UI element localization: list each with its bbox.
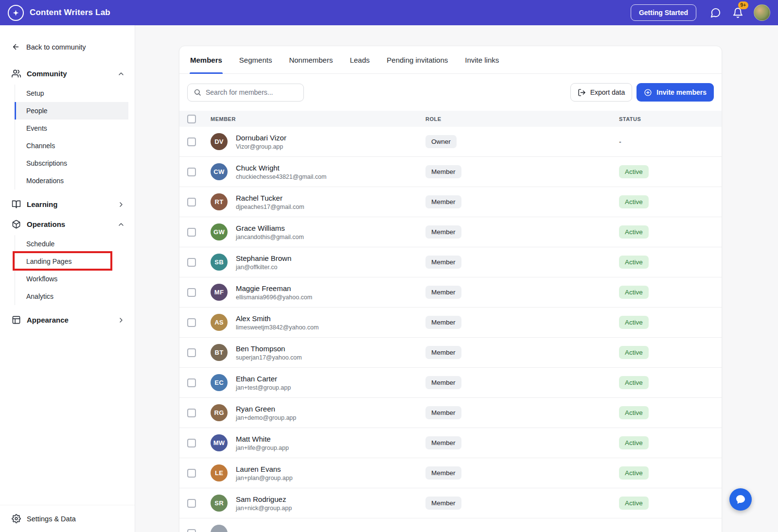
member-email: limesweetjm3842@yahoo.com — [236, 324, 425, 331]
member-name[interactable]: Ryan Green — [236, 405, 425, 413]
sidebar-item-moderations[interactable]: Moderations — [15, 172, 128, 189]
back-label: Back to community — [26, 43, 86, 51]
user-avatar[interactable] — [754, 4, 770, 21]
member-name[interactable]: Rachel Tucker — [236, 194, 425, 202]
row-checkbox[interactable] — [187, 198, 196, 206]
row-checkbox[interactable] — [187, 529, 196, 532]
member-name[interactable]: Chuck Wright — [236, 164, 425, 172]
member-email: djpeaches17@gmail.com — [236, 204, 425, 210]
export-data-button[interactable]: Export data — [570, 83, 633, 102]
member-name[interactable]: Dornubari Vizor — [236, 134, 425, 142]
sidebar-item-setup[interactable]: Setup — [15, 85, 128, 102]
member-name[interactable]: Stephanie Brown — [236, 254, 425, 262]
app-logo-icon[interactable] — [8, 5, 24, 21]
row-checkbox[interactable] — [187, 318, 196, 327]
row-checkbox[interactable] — [187, 409, 196, 417]
topbar-right: Getting Started 9+ — [631, 4, 770, 21]
search-input[interactable] — [206, 88, 298, 96]
topbar: Content Writers Lab Getting Started 9+ — [0, 0, 778, 25]
member-name[interactable]: Ben Thompson — [236, 344, 425, 353]
chevron-right-icon — [117, 316, 125, 324]
row-checkbox[interactable] — [187, 258, 196, 267]
sidebar-item-channels[interactable]: Channels — [15, 137, 128, 154]
member-avatar: MW — [211, 434, 228, 451]
chat-widget-button[interactable] — [729, 488, 752, 511]
row-checkbox[interactable] — [187, 137, 196, 146]
table-row: RTRachel Tuckerdjpeaches17@gmail.comMemb… — [179, 187, 722, 217]
sidebar-item-schedule[interactable]: Schedule — [15, 235, 128, 253]
sidebar-nav: CommunitySetupPeopleEventsChannelsSubscr… — [0, 64, 135, 330]
app-title: Content Writers Lab — [30, 8, 110, 17]
sidebar-item-subscriptions[interactable]: Subscriptions — [15, 154, 128, 172]
member-email: jan@offkilter.co — [236, 264, 425, 271]
column-status: Status — [619, 116, 714, 122]
row-checkbox[interactable] — [187, 168, 196, 176]
settings-and-data-link[interactable]: Settings & Data — [0, 505, 135, 532]
sidebar-section-appearance[interactable]: Appearance — [0, 310, 135, 330]
sidebar-item-analytics[interactable]: Analytics — [15, 288, 128, 305]
tab-nonmembers[interactable]: Nonmembers — [288, 46, 333, 73]
arrow-left-icon — [12, 43, 20, 51]
getting-started-button[interactable]: Getting Started — [631, 4, 696, 21]
back-to-community-link[interactable]: Back to community — [0, 39, 135, 55]
row-checkbox[interactable] — [187, 439, 196, 447]
status-badge: Active — [619, 316, 649, 329]
sidebar-section-learning[interactable]: Learning — [0, 194, 135, 214]
messages-icon[interactable] — [709, 6, 722, 19]
role-badge: Member — [425, 497, 461, 510]
sidebar-item-events[interactable]: Events — [15, 120, 128, 137]
member-avatar: RT — [211, 193, 228, 210]
plus-circle-icon — [644, 88, 652, 97]
row-checkbox[interactable] — [187, 469, 196, 478]
sidebar-item-landing-pages[interactable]: Landing Pages — [15, 253, 128, 270]
member-name[interactable]: Maggie Freeman — [236, 284, 425, 292]
member-name[interactable]: Lauren Evans — [236, 465, 425, 473]
tab-members[interactable]: Members — [190, 46, 223, 73]
sidebar-item-people[interactable]: People — [15, 102, 128, 120]
row-checkbox[interactable] — [187, 499, 196, 508]
tab-leads[interactable]: Leads — [349, 46, 370, 73]
sidebar-group-community: SetupPeopleEventsChannelsSubscriptionsMo… — [15, 85, 128, 189]
table-row: BTBen Thompsonsuperjan17@yahoo.comMember… — [179, 338, 722, 368]
member-avatar: LE — [211, 464, 228, 481]
tab-pending-invitations[interactable]: Pending invitations — [386, 46, 448, 73]
member-name[interactable]: Ethan Carter — [236, 375, 425, 383]
notifications-bell-icon[interactable]: 9+ — [731, 6, 744, 19]
table-row — [179, 518, 722, 532]
row-checkbox[interactable] — [187, 348, 196, 357]
tab-segments[interactable]: Segments — [239, 46, 273, 73]
member-avatar: CW — [211, 163, 228, 180]
role-badge: Member — [425, 346, 461, 359]
member-table-body: DVDornubari VizorVizor@group.appOwner-CW… — [179, 127, 722, 532]
sidebar-item-workflows[interactable]: Workflows — [15, 270, 128, 288]
table-row: GWGrace Williamsjancandothis@gmail.comMe… — [179, 217, 722, 247]
sidebar-section-operations[interactable]: Operations — [0, 214, 135, 234]
row-checkbox[interactable] — [187, 288, 196, 297]
table-row: SRSam Rodriguezjan+nick@group.appMemberA… — [179, 488, 722, 518]
member-avatar: BT — [211, 344, 228, 361]
member-name[interactable]: Sam Rodriguez — [236, 495, 425, 503]
row-checkbox[interactable] — [187, 228, 196, 237]
member-name[interactable]: Alex Smith — [236, 314, 425, 323]
member-name[interactable]: Grace Williams — [236, 224, 425, 232]
member-email: jan+demo@group.app — [236, 414, 425, 421]
status-badge: Active — [619, 165, 649, 178]
row-checkbox[interactable] — [187, 378, 196, 387]
member-name[interactable]: Matt White — [236, 435, 425, 443]
tab-invite-links[interactable]: Invite links — [464, 46, 499, 73]
member-avatar: GW — [211, 223, 228, 240]
select-all-checkbox[interactable] — [187, 115, 196, 123]
status-badge: Active — [619, 497, 649, 510]
chat-bubble-icon — [735, 494, 746, 505]
member-email: jan+nick@group.app — [236, 505, 425, 512]
sidebar-section-community[interactable]: Community — [0, 64, 135, 84]
member-email: chuckiechesse43821@gmail.com — [236, 173, 425, 180]
community-icon — [12, 69, 21, 78]
member-search[interactable] — [187, 84, 304, 102]
role-badge: Member — [425, 466, 461, 480]
table-row: ASAlex Smithlimesweetjm3842@yahoo.comMem… — [179, 308, 722, 338]
status-badge: Active — [619, 225, 649, 239]
invite-members-button[interactable]: Invite members — [637, 83, 714, 102]
member-email: ellismania9696@yahoo.com — [236, 294, 425, 301]
status-badge: Active — [619, 195, 649, 208]
